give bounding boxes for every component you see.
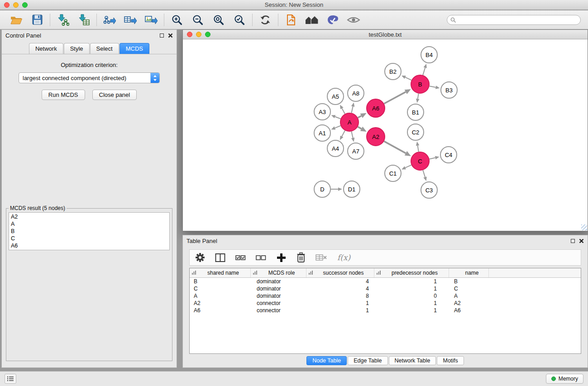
graph-node[interactable]: B — [411, 75, 429, 93]
network-window-titlebar[interactable]: testGlobe.txt — [183, 30, 588, 39]
table-cell[interactable]: 4 — [306, 285, 374, 292]
graph-node[interactable]: C2 — [407, 124, 424, 140]
tab-mcds[interactable]: MCDS — [120, 43, 149, 54]
eye-icon[interactable] — [346, 13, 361, 27]
zoom-selected-icon[interactable] — [232, 13, 247, 27]
table-cell[interactable]: 8 — [306, 292, 374, 300]
table-cell[interactable]: B — [449, 278, 489, 285]
column-header-name[interactable]: name — [449, 268, 489, 277]
table-cell[interactable]: 1 — [374, 285, 449, 292]
import-table-icon[interactable] — [76, 13, 91, 27]
graph-edge[interactable] — [340, 131, 345, 140]
result-item[interactable]: A2 — [9, 213, 169, 220]
graph-edge[interactable] — [358, 113, 367, 118]
result-item[interactable]: A — [9, 220, 169, 228]
graph-node[interactable]: C1 — [385, 165, 401, 181]
open-file-icon[interactable] — [9, 13, 24, 27]
table-row[interactable]: A6 connector 1 1 A6 — [190, 307, 581, 314]
select-all-check-icon[interactable] — [235, 253, 246, 262]
graph-edge[interactable] — [402, 165, 411, 170]
network-canvas[interactable]: AA6A2BCA1A3A4A5A7A8B1B2B3B4C1C2C3C4DD1 — [183, 39, 588, 231]
graph-node[interactable]: A7 — [348, 143, 364, 159]
zoom-in-icon[interactable] — [170, 13, 184, 27]
table-cell[interactable]: connector — [251, 300, 306, 307]
graph-node[interactable]: A4 — [327, 140, 344, 157]
table-cell[interactable]: C — [190, 285, 251, 292]
close-view-button[interactable] — [187, 32, 192, 37]
graph-edge[interactable] — [331, 115, 341, 119]
table-cell[interactable]: dominator — [251, 292, 306, 300]
graph-edge[interactable] — [423, 170, 426, 181]
graph-node[interactable]: D — [314, 181, 330, 197]
graph-edge[interactable] — [430, 86, 440, 89]
run-mcds-button[interactable]: Run MCDS — [42, 90, 85, 100]
graph-edge[interactable] — [331, 187, 342, 191]
graph-edge[interactable] — [416, 94, 420, 103]
column-header-predecessor-nodes[interactable]: predecessor nodes — [374, 268, 449, 277]
export-table-icon[interactable] — [123, 13, 138, 27]
float-panel-icon[interactable] — [571, 239, 575, 243]
network-graph[interactable]: AA6A2BCA1A3A4A5A7A8B1B2B3B4C1C2C3C4DD1 — [183, 39, 588, 231]
column-header-mcds-role[interactable]: MCDS role — [251, 268, 306, 277]
split-columns-icon[interactable] — [215, 253, 225, 262]
settings-gear-icon[interactable] — [195, 253, 205, 262]
network-home-icon[interactable] — [305, 13, 319, 27]
zoom-fit-icon[interactable] — [211, 13, 226, 27]
table-cell[interactable]: A2 — [190, 300, 251, 307]
tab-motifs[interactable]: Motifs — [437, 356, 464, 365]
graph-node[interactable]: B3 — [441, 82, 457, 98]
column-header-shared-name[interactable]: shared name — [190, 268, 251, 277]
table-row[interactable]: B dominator 4 1 B — [190, 278, 581, 285]
table-cell[interactable]: 1 — [374, 278, 449, 285]
table-cell[interactable]: A6 — [449, 307, 489, 314]
graph-node[interactable]: A8 — [348, 85, 364, 101]
table-cell[interactable]: 1 — [374, 300, 449, 307]
apply-layout-icon[interactable] — [258, 13, 272, 27]
table-cell[interactable]: 4 — [306, 278, 374, 285]
mcds-result-list[interactable]: A2 A B C A6 — [9, 212, 170, 250]
resize-grip[interactable] — [581, 224, 587, 230]
table-cell[interactable]: connector — [251, 307, 306, 314]
table-cell[interactable]: 1 — [374, 307, 449, 314]
graph-edge[interactable] — [402, 76, 411, 80]
table-cell[interactable]: C — [449, 285, 489, 292]
function-builder-icon[interactable]: f(x) — [337, 253, 350, 262]
import-network-icon[interactable] — [56, 13, 70, 27]
apply-style-icon[interactable] — [325, 13, 340, 27]
curved-document-icon[interactable] — [284, 13, 298, 27]
graph-edge[interactable] — [429, 156, 439, 159]
criterion-dropdown[interactable]: largest connected component (directed) — [19, 72, 160, 83]
graph-node[interactable]: D1 — [344, 181, 360, 197]
table-cell[interactable]: A6 — [190, 307, 251, 314]
graph-edge[interactable] — [384, 89, 411, 104]
zoom-view-button[interactable] — [205, 32, 210, 37]
table-cell[interactable]: A — [449, 292, 489, 300]
table-cell[interactable]: dominator — [251, 278, 306, 285]
graph-edge[interactable] — [423, 64, 427, 75]
close-panel-icon[interactable] — [168, 33, 173, 38]
search-input[interactable] — [447, 15, 581, 25]
graph-edge[interactable] — [416, 142, 420, 152]
export-image-icon[interactable] — [144, 13, 158, 27]
table-cell[interactable]: dominator — [251, 285, 306, 292]
result-item[interactable]: B — [9, 228, 169, 235]
result-item[interactable]: A6 — [9, 242, 169, 249]
memory-button[interactable]: Memory — [546, 374, 583, 384]
graph-node[interactable]: A2 — [367, 128, 385, 146]
zoom-out-icon[interactable] — [191, 13, 205, 27]
result-item[interactable]: C — [9, 235, 169, 242]
graph-node[interactable]: C — [411, 152, 429, 170]
graph-node[interactable]: A3 — [314, 104, 330, 120]
delete-columns-icon[interactable] — [316, 253, 327, 262]
tab-network[interactable]: Network — [29, 43, 63, 54]
table-row[interactable]: A2 connector 1 1 A2 — [190, 300, 581, 307]
minimize-window-button[interactable] — [13, 2, 19, 8]
table-cell[interactable]: 1 — [306, 307, 374, 314]
float-panel-icon[interactable] — [160, 33, 164, 38]
table-cell[interactable]: A2 — [449, 300, 489, 307]
close-panel-button[interactable]: Close panel — [92, 90, 137, 100]
graph-node[interactable]: B2 — [385, 63, 401, 80]
tab-select[interactable]: Select — [90, 43, 119, 54]
graph-edge[interactable] — [384, 141, 411, 156]
table-cell[interactable]: 0 — [374, 292, 449, 300]
